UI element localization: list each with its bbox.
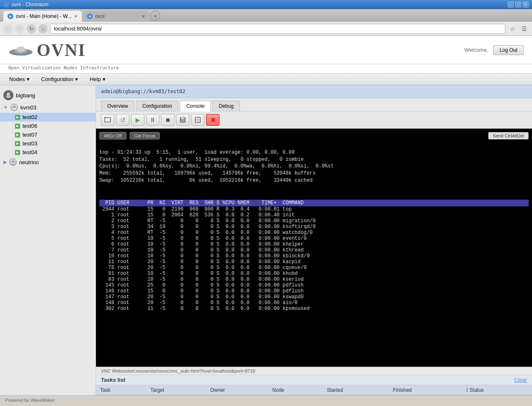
app-menubar: Nodes ▾ Configuration ▾ Help ▾	[0, 74, 532, 85]
col-status: ℹ Status	[462, 385, 532, 395]
svg-rect-11	[105, 118, 111, 122]
tab-inactive[interactable]: ● ovni ✕	[83, 11, 149, 22]
forward-button[interactable]: →	[15, 24, 24, 33]
col-owner: Owner	[206, 385, 268, 395]
settings-button[interactable]: ☰	[519, 24, 529, 33]
footer-text: Powered by WaveMaker	[5, 398, 55, 403]
sidebar-item-bigbang[interactable]: bigbang	[0, 89, 96, 102]
col-target: Target	[146, 385, 206, 395]
console-text: top - 01:24:33 up 5:15, 1 user, load ave…	[99, 142, 529, 198]
address-bar[interactable]: localhost:8094/ovni/	[50, 24, 505, 34]
vnc-status-bar: VNC Websocket:resources/novnc/vnc_auto.h…	[96, 367, 532, 375]
sidebar-item-test07[interactable]: ▶ test07	[0, 130, 96, 139]
console-line-top: top - 01:24:33 up 5:15, 1 user, load ave…	[99, 150, 334, 183]
col-task: Task	[96, 385, 146, 395]
toolbar-refresh-button[interactable]: ↺	[116, 114, 129, 126]
browser-tabbar: ● ovni - Main (Home) - W... ✕ ● ovni ✕ +	[0, 9, 532, 22]
close-button[interactable]: ✕	[523, 2, 529, 8]
main-content: admin@bigbang://kvm03/test02 Overview Co…	[96, 85, 532, 395]
bigbang-icon	[3, 90, 13, 100]
svg-rect-7	[6, 96, 10, 98]
get-focus-button[interactable]: Get Focus	[130, 132, 160, 140]
tab-label-inactive: ovni	[95, 13, 104, 19]
vm-label-test02: test02	[23, 114, 37, 120]
tasks-header: Tasks list Clear	[96, 375, 532, 385]
svg-point-4	[20, 53, 22, 55]
window-controls[interactable]: – □ ✕	[508, 2, 529, 8]
app-subtitle: Open Virtualization Nodes Infrastructure	[8, 65, 119, 71]
maximize-button[interactable]: □	[515, 2, 521, 8]
svg-point-6	[7, 93, 10, 96]
vm-label-test03: test03	[23, 140, 37, 147]
sidebar-item-test06[interactable]: ▶ test06	[0, 122, 96, 130]
neutrino-icon	[9, 158, 17, 166]
menu-nodes[interactable]: Nodes ▾	[4, 74, 35, 84]
toolbar-screenshot-button[interactable]	[101, 114, 114, 126]
toolbar-stop-button[interactable]: ✕	[206, 114, 219, 126]
back-button[interactable]: ←	[3, 24, 13, 33]
tab-overview[interactable]: Overview	[101, 101, 134, 111]
vnc-url-text: VNC Websocket:resources/novnc/vnc_auto.h…	[101, 368, 255, 373]
tab-active[interactable]: ● ovni - Main (Home) - W... ✕	[3, 11, 82, 22]
svg-rect-12	[104, 117, 107, 118]
console-table: PID USER PR NI VIRT RES SHR S %CPU %MEM …	[99, 200, 529, 312]
app-footer: Powered by WaveMaker	[0, 395, 532, 404]
logo-icon	[8, 42, 33, 58]
app-logo: OVNI	[8, 40, 86, 60]
bookmark-button[interactable]: ☆	[508, 24, 517, 33]
svg-rect-14	[181, 117, 184, 119]
console-area[interactable]: AltGr Off Get Focus Send CtrlAltDel top …	[96, 129, 532, 367]
menu-configuration[interactable]: Configuration ▾	[36, 74, 83, 84]
sidebar-item-test04[interactable]: ▶ test04	[0, 148, 96, 157]
console-top-bar: AltGr Off Get Focus	[99, 132, 529, 140]
menu-help[interactable]: Help ▾	[85, 74, 111, 84]
refresh-button[interactable]: ↻	[27, 24, 36, 33]
sidebar-item-test03[interactable]: ▶ test03	[0, 139, 96, 148]
toolbar-record-button[interactable]: ⏺	[161, 114, 174, 126]
sidebar-item-test02[interactable]: ▶ test02	[0, 113, 96, 122]
tab-configuration[interactable]: Configuration	[136, 101, 178, 111]
breadcrumb: admin@bigbang://kvm03/test02	[96, 85, 532, 98]
toolbar-save-button[interactable]	[176, 114, 189, 126]
tab-close-inactive[interactable]: ✕	[141, 14, 145, 19]
logout-button[interactable]: Log Out	[493, 45, 524, 55]
tab-console[interactable]: Console	[180, 101, 211, 112]
bigbang-label: bigbang	[16, 92, 35, 99]
app-body: bigbang ▼ kvm03 ▶ test02 ▶ test06 ▶ test…	[0, 85, 532, 395]
vm-arrow-test03: ▶	[15, 141, 20, 146]
svg-rect-10	[11, 160, 15, 163]
breadcrumb-text: admin@bigbang://kvm03/test02	[101, 89, 185, 94]
vm-label-test07: test07	[23, 132, 37, 138]
toolbar-pause-button[interactable]: ⏸	[146, 114, 159, 126]
menu-nodes-label: Nodes	[9, 76, 25, 82]
send-ctrlaltdel-button[interactable]: Send CtrlAltDel	[488, 132, 529, 140]
kvm03-label: kvm03	[20, 104, 36, 111]
console-table-header: PID USER PR NI VIRT RES SHR S %CPU %MEM …	[99, 200, 529, 206]
altgr-button[interactable]: AltGr Off	[99, 132, 126, 140]
menu-config-arrow: ▾	[75, 76, 78, 82]
logo-text-group: OVNI	[37, 40, 86, 60]
home-button[interactable]: ⌂	[38, 24, 48, 33]
new-tab-button[interactable]: +	[150, 11, 160, 21]
tab-debug[interactable]: Debug	[212, 101, 240, 111]
clear-button[interactable]: Clear	[514, 377, 527, 383]
toolbar-play-button[interactable]: ▶	[131, 114, 144, 126]
toolbar-minimize-button[interactable]	[191, 114, 204, 126]
tab-favicon-inactive: ●	[87, 13, 93, 19]
status-info-icon: ℹ	[466, 387, 468, 393]
kvm03-header[interactable]: ▼ kvm03	[0, 102, 96, 113]
logo-title: OVNI	[37, 40, 86, 60]
welcome-text: Welcome,	[464, 47, 489, 53]
tab-close-active[interactable]: ✕	[74, 14, 78, 19]
vm-arrow-test07: ▶	[15, 132, 20, 137]
vm-arrow-test06: ▶	[15, 124, 20, 129]
svg-point-5	[23, 52, 25, 54]
svg-point-3	[17, 52, 18, 54]
sidebar-item-neutrino[interactable]: ▶ neutrino	[0, 157, 96, 167]
menu-config-label: Configuration	[41, 76, 73, 82]
tasks-section: Tasks list Clear Task Target Owner Node …	[96, 375, 532, 395]
minimize-button[interactable]: –	[508, 2, 514, 8]
toolbar: ↺ ▶ ⏸ ⏺ ✕	[96, 112, 532, 129]
col-finished: Finished	[388, 385, 462, 395]
menu-help-arrow: ▾	[103, 76, 106, 82]
